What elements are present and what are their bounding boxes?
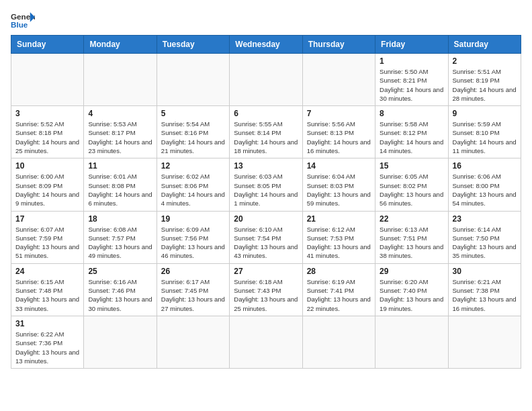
day-number: 15	[380, 161, 443, 171]
calendar-cell	[11, 54, 84, 106]
calendar-cell: 28Sunrise: 6:19 AM Sunset: 7:41 PM Dayli…	[302, 263, 375, 316]
calendar-cell: 16Sunrise: 6:06 AM Sunset: 8:00 PM Dayli…	[448, 158, 521, 211]
day-info: Sunrise: 6:01 AM Sunset: 8:08 PM Dayligh…	[88, 172, 152, 208]
day-info: Sunrise: 6:05 AM Sunset: 8:02 PM Dayligh…	[380, 172, 443, 208]
day-info: Sunrise: 5:52 AM Sunset: 8:18 PM Dayligh…	[15, 120, 79, 155]
weekday-header-wednesday: Wednesday	[230, 36, 302, 54]
calendar-week-row: 17Sunrise: 6:07 AM Sunset: 7:59 PM Dayli…	[11, 211, 521, 263]
calendar-cell: 15Sunrise: 6:05 AM Sunset: 8:02 PM Dayli…	[375, 158, 448, 211]
calendar-cell: 30Sunrise: 6:21 AM Sunset: 7:38 PM Dayli…	[448, 263, 521, 316]
day-info: Sunrise: 6:06 AM Sunset: 8:00 PM Dayligh…	[453, 172, 517, 208]
calendar-cell	[157, 54, 229, 106]
day-number: 31	[15, 319, 79, 328]
calendar-table: SundayMondayTuesdayWednesdayThursdayFrid…	[11, 35, 521, 369]
day-number: 4	[88, 109, 152, 118]
calendar-cell	[448, 316, 521, 368]
day-info: Sunrise: 6:16 AM Sunset: 7:46 PM Dayligh…	[88, 277, 152, 313]
calendar-week-row: 1Sunrise: 5:50 AM Sunset: 8:21 PM Daylig…	[11, 54, 521, 106]
weekday-header-saturday: Saturday	[448, 36, 521, 54]
day-info: Sunrise: 6:10 AM Sunset: 7:54 PM Dayligh…	[234, 225, 298, 261]
day-info: Sunrise: 6:19 AM Sunset: 7:41 PM Dayligh…	[307, 277, 371, 313]
logo: General Blue	[11, 11, 35, 30]
day-number: 9	[453, 109, 517, 118]
calendar-cell: 1Sunrise: 5:50 AM Sunset: 8:21 PM Daylig…	[375, 54, 448, 106]
day-info: Sunrise: 6:22 AM Sunset: 7:36 PM Dayligh…	[15, 330, 79, 365]
day-info: Sunrise: 5:54 AM Sunset: 8:16 PM Dayligh…	[161, 120, 225, 155]
day-info: Sunrise: 6:07 AM Sunset: 7:59 PM Dayligh…	[15, 225, 79, 261]
calendar-cell: 18Sunrise: 6:08 AM Sunset: 7:57 PM Dayli…	[84, 211, 157, 263]
calendar-cell: 19Sunrise: 6:09 AM Sunset: 7:56 PM Dayli…	[157, 211, 229, 263]
calendar-cell	[375, 316, 448, 368]
calendar-cell	[302, 54, 375, 106]
day-number: 28	[307, 267, 371, 276]
day-info: Sunrise: 5:51 AM Sunset: 8:19 PM Dayligh…	[453, 67, 517, 103]
calendar-cell: 13Sunrise: 6:03 AM Sunset: 8:05 PM Dayli…	[230, 158, 302, 211]
calendar-cell: 17Sunrise: 6:07 AM Sunset: 7:59 PM Dayli…	[11, 211, 84, 263]
day-number: 6	[234, 109, 298, 118]
calendar-cell: 22Sunrise: 6:13 AM Sunset: 7:51 PM Dayli…	[375, 211, 448, 263]
weekday-header-row: SundayMondayTuesdayWednesdayThursdayFrid…	[11, 36, 521, 54]
day-info: Sunrise: 5:50 AM Sunset: 8:21 PM Dayligh…	[380, 67, 443, 103]
day-number: 19	[161, 214, 225, 224]
day-number: 20	[234, 214, 298, 224]
weekday-header-monday: Monday	[84, 36, 157, 54]
calendar-cell	[84, 54, 157, 106]
day-info: Sunrise: 5:55 AM Sunset: 8:14 PM Dayligh…	[234, 120, 298, 155]
calendar-week-row: 31Sunrise: 6:22 AM Sunset: 7:36 PM Dayli…	[11, 316, 521, 368]
calendar-cell: 27Sunrise: 6:18 AM Sunset: 7:43 PM Dayli…	[230, 263, 302, 316]
day-number: 26	[161, 267, 225, 276]
calendar-cell: 14Sunrise: 6:04 AM Sunset: 8:03 PM Dayli…	[302, 158, 375, 211]
calendar-cell: 7Sunrise: 5:56 AM Sunset: 8:13 PM Daylig…	[302, 106, 375, 158]
day-number: 11	[88, 161, 152, 171]
day-info: Sunrise: 6:13 AM Sunset: 7:51 PM Dayligh…	[380, 225, 443, 261]
calendar-cell: 31Sunrise: 6:22 AM Sunset: 7:36 PM Dayli…	[11, 316, 84, 368]
day-info: Sunrise: 6:15 AM Sunset: 7:48 PM Dayligh…	[15, 277, 79, 313]
calendar-cell	[230, 54, 302, 106]
day-info: Sunrise: 6:08 AM Sunset: 7:57 PM Dayligh…	[88, 225, 152, 261]
calendar-cell: 23Sunrise: 6:14 AM Sunset: 7:50 PM Dayli…	[448, 211, 521, 263]
calendar-cell: 26Sunrise: 6:17 AM Sunset: 7:45 PM Dayli…	[157, 263, 229, 316]
calendar-cell: 20Sunrise: 6:10 AM Sunset: 7:54 PM Dayli…	[230, 211, 302, 263]
calendar-cell: 8Sunrise: 5:58 AM Sunset: 8:12 PM Daylig…	[375, 106, 448, 158]
calendar-cell: 29Sunrise: 6:20 AM Sunset: 7:40 PM Dayli…	[375, 263, 448, 316]
day-info: Sunrise: 6:20 AM Sunset: 7:40 PM Dayligh…	[380, 277, 443, 313]
page-header: General Blue	[11, 11, 521, 30]
day-number: 5	[161, 109, 225, 118]
logo-icon: General Blue	[11, 11, 35, 30]
day-number: 2	[453, 56, 517, 66]
day-info: Sunrise: 5:59 AM Sunset: 8:10 PM Dayligh…	[453, 120, 517, 155]
day-number: 25	[88, 267, 152, 276]
calendar-cell: 9Sunrise: 5:59 AM Sunset: 8:10 PM Daylig…	[448, 106, 521, 158]
day-number: 23	[453, 214, 517, 224]
day-number: 27	[234, 267, 298, 276]
calendar-cell	[302, 316, 375, 368]
day-info: Sunrise: 6:17 AM Sunset: 7:45 PM Dayligh…	[161, 277, 225, 313]
calendar-cell: 5Sunrise: 5:54 AM Sunset: 8:16 PM Daylig…	[157, 106, 229, 158]
day-number: 10	[15, 161, 79, 171]
day-info: Sunrise: 6:09 AM Sunset: 7:56 PM Dayligh…	[161, 225, 225, 261]
calendar-cell	[157, 316, 229, 368]
day-number: 22	[380, 214, 443, 224]
calendar-week-row: 10Sunrise: 6:00 AM Sunset: 8:09 PM Dayli…	[11, 158, 521, 211]
day-info: Sunrise: 6:21 AM Sunset: 7:38 PM Dayligh…	[453, 277, 517, 313]
day-number: 8	[380, 109, 443, 118]
weekday-header-friday: Friday	[375, 36, 448, 54]
day-number: 18	[88, 214, 152, 224]
calendar-week-row: 24Sunrise: 6:15 AM Sunset: 7:48 PM Dayli…	[11, 263, 521, 316]
day-info: Sunrise: 5:53 AM Sunset: 8:17 PM Dayligh…	[88, 120, 152, 155]
day-number: 21	[307, 214, 371, 224]
weekday-header-sunday: Sunday	[11, 36, 84, 54]
day-number: 3	[15, 109, 79, 118]
day-info: Sunrise: 6:00 AM Sunset: 8:09 PM Dayligh…	[15, 172, 79, 208]
calendar-cell: 11Sunrise: 6:01 AM Sunset: 8:08 PM Dayli…	[84, 158, 157, 211]
calendar-cell: 4Sunrise: 5:53 AM Sunset: 8:17 PM Daylig…	[84, 106, 157, 158]
day-info: Sunrise: 6:14 AM Sunset: 7:50 PM Dayligh…	[453, 225, 517, 261]
day-info: Sunrise: 6:12 AM Sunset: 7:53 PM Dayligh…	[307, 225, 371, 261]
day-info: Sunrise: 6:02 AM Sunset: 8:06 PM Dayligh…	[161, 172, 225, 208]
day-number: 12	[161, 161, 225, 171]
day-info: Sunrise: 6:18 AM Sunset: 7:43 PM Dayligh…	[234, 277, 298, 313]
day-number: 29	[380, 267, 443, 276]
day-number: 30	[453, 267, 517, 276]
day-number: 14	[307, 161, 371, 171]
calendar-cell	[230, 316, 302, 368]
